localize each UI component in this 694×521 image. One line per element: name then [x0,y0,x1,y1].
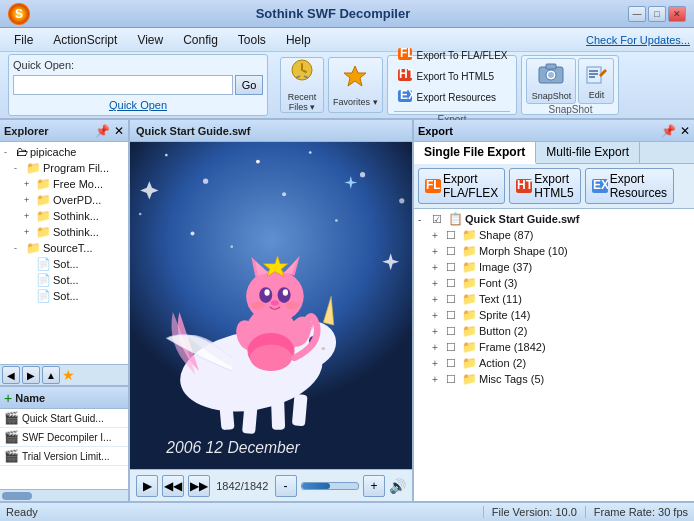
export-close-icon[interactable]: ✕ [680,124,690,138]
tree-item-sothink1[interactable]: + 📁 Sothink... [2,208,126,224]
etree-misc[interactable]: + ☐ 📁 Misc Tags (5) [416,371,692,387]
menu-file[interactable]: File [4,31,43,49]
window-controls[interactable]: — □ ✕ [628,6,686,22]
nav-up-button[interactable]: ▲ [42,366,60,384]
etree-image[interactable]: + ☐ 📁 Image (37) [416,259,692,275]
explorer-close-icon[interactable]: ✕ [114,124,124,138]
etree-morph[interactable]: + ☐ 📁 Morph Shape (10) [416,243,692,259]
etree-folder-icon: 📁 [462,308,477,322]
etree-check-icon[interactable]: ☐ [446,245,460,258]
exp-fla-button[interactable]: FLA ExportFLA/FLEX [418,168,505,204]
tree-item-sothink2[interactable]: + 📁 Sothink... [2,224,126,240]
etree-action[interactable]: + ☐ 📁 Action (2) [416,355,692,371]
etree-check-icon[interactable]: ☐ [446,341,460,354]
zoom-in-button[interactable]: + [363,475,385,497]
zoom-out-button[interactable]: - [275,475,297,497]
etree-frame[interactable]: + ☐ 📁 Frame (1842) [416,339,692,355]
explorer-scrollbar-h[interactable] [0,489,128,501]
tree-label: OverPD... [53,194,101,206]
export-resources-button[interactable]: EXP Export Resources [394,88,511,107]
edit-button[interactable]: Edit [578,58,614,104]
etree-check-icon[interactable]: ☐ [446,277,460,290]
maximize-button[interactable]: □ [648,6,666,22]
etree-expand-icon: + [432,310,446,321]
etree-check-icon[interactable]: ☐ [446,309,460,322]
quick-open-input[interactable] [13,75,233,95]
etree-check-icon[interactable]: ☑ [432,213,446,226]
volume-icon[interactable]: 🔊 [389,478,406,494]
svg-point-57 [285,302,298,310]
close-button[interactable]: ✕ [668,6,686,22]
export-tabs: Single File Export Multi-file Export [414,142,694,164]
etree-check-icon[interactable]: ☐ [446,373,460,386]
preview-panel: Quick Start Guide.swf [130,120,414,501]
tree-item-programfiles[interactable]: - 📁 Program Fil... [2,160,126,176]
file-item-trial[interactable]: 🎬 Trial Version Limit... [0,447,128,466]
tree-item-overpd[interactable]: + 📁 OverPD... [2,192,126,208]
tree-folder-icon: 📁 [36,209,51,223]
menu-actionscript[interactable]: ActionScript [43,31,127,49]
pin-icon[interactable]: 📌 [95,124,110,138]
etree-check-icon[interactable]: ☐ [446,325,460,338]
tree-item-sourcet[interactable]: - 📁 SourceT... [2,240,126,256]
tab-single-file-label: Single File Export [424,145,525,159]
tab-multi-file[interactable]: Multi-file Export [536,142,640,163]
etree-text[interactable]: + ☐ 📁 Text (11) [416,291,692,307]
exp-html5-button[interactable]: HTML5 ExportHTML5 [509,168,580,204]
tree-item-freemo[interactable]: + 📁 Free Mo... [2,176,126,192]
progress-bar[interactable] [301,482,360,490]
tree-item-pipicache[interactable]: - 🗁 pipicache [2,144,126,160]
nav-forward-button[interactable]: ▶ [22,366,40,384]
svg-point-30 [399,198,404,203]
etree-shape[interactable]: + ☐ 📁 Shape (87) [416,227,692,243]
export-fla-button[interactable]: FLA Export To FLA/FLEX [394,46,511,65]
next-button[interactable]: ▶▶ [188,475,210,497]
nav-back-button[interactable]: ◀ [2,366,20,384]
svg-rect-40 [271,398,285,430]
tree-item-sot1[interactable]: 📄 Sot... [2,256,126,272]
play-button[interactable]: ▶ [136,475,158,497]
prev-button[interactable]: ◀◀ [162,475,184,497]
recent-files-button[interactable]: RecentFiles ▾ [280,57,324,113]
menu-tools[interactable]: Tools [228,31,276,49]
tree-item-sot2[interactable]: 📄 Sot... [2,272,126,288]
etree-check-icon[interactable]: ☐ [446,293,460,306]
etree-root[interactable]: - ☑ 📋 Quick Start Guide.swf [416,211,692,227]
etree-expand-icon: + [432,278,446,289]
etree-font[interactable]: + ☐ 📁 Font (3) [416,275,692,291]
file-item-quickstart[interactable]: 🎬 Quick Start Guid... [0,409,128,428]
preview-header: Quick Start Guide.swf [130,120,412,142]
nav-star-icon[interactable]: ★ [62,367,75,383]
etree-folder-icon: 📁 [462,260,477,274]
menu-help[interactable]: Help [276,31,321,49]
quick-open-link[interactable]: Quick Open [13,99,263,111]
etree-label: Font (3) [479,277,518,289]
export-fla-label: Export To FLA/FLEX [417,50,508,61]
svg-point-23 [256,160,260,164]
favorites-button[interactable]: Favorites ▾ [328,57,383,113]
export-pin-icon[interactable]: 📌 [661,124,676,138]
export-html5-button[interactable]: HTML5 Export To HTML5 [394,67,511,86]
go-button[interactable]: Go [235,75,263,95]
etree-check-icon[interactable]: ☐ [446,229,460,242]
add-file-icon[interactable]: + [4,390,12,406]
etree-sprite[interactable]: + ☐ 📁 Sprite (14) [416,307,692,323]
etree-button[interactable]: + ☐ 📁 Button (2) [416,323,692,339]
exp-html5-label: ExportHTML5 [534,172,573,200]
svg-point-27 [139,213,142,216]
tree-item-sot3[interactable]: 📄 Sot... [2,288,126,304]
check-updates-link[interactable]: Check For Updates... [586,34,690,46]
etree-label: Shape (87) [479,229,533,241]
file-item-decompiler[interactable]: 🎬 SWF Decompiler I... [0,428,128,447]
minimize-button[interactable]: — [628,6,646,22]
etree-check-icon[interactable]: ☐ [446,261,460,274]
etree-check-icon[interactable]: ☐ [446,357,460,370]
favorites-label: Favorites ▾ [333,97,378,107]
etree-root-label: Quick Start Guide.swf [465,213,579,225]
snapshot-button[interactable]: SnapShot [526,58,576,104]
tab-single-file[interactable]: Single File Export [414,142,536,164]
exp-resources-button[interactable]: EXP ExportResources [585,168,674,204]
menu-view[interactable]: View [127,31,173,49]
menu-config[interactable]: Config [173,31,228,49]
tree-label: Sot... [53,274,79,286]
